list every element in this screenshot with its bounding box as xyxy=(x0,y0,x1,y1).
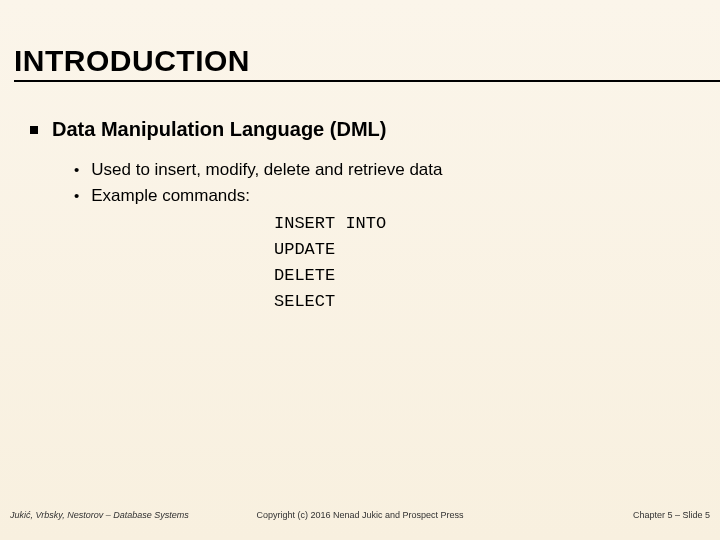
command-item: UPDATE xyxy=(274,237,690,263)
command-item: INSERT INTO xyxy=(274,211,690,237)
sub-bullet: • Example commands: xyxy=(74,185,690,207)
footer-center: Copyright (c) 2016 Nenad Jukic and Prosp… xyxy=(0,510,720,520)
footer-right: Chapter 5 – Slide 5 xyxy=(633,510,710,520)
title-bar: INTRODUCTION xyxy=(14,44,720,82)
main-bullet-text: Data Manipulation Language (DML) xyxy=(52,118,386,141)
sub-bullet-list: • Used to insert, modify, delete and ret… xyxy=(74,159,690,315)
sub-bullet-text: Used to insert, modify, delete and retri… xyxy=(91,159,442,181)
command-item: SELECT xyxy=(274,289,690,315)
footer: Jukić, Vrbsky, Nestorov – Database Syste… xyxy=(0,510,720,526)
sub-bullet: • Used to insert, modify, delete and ret… xyxy=(74,159,690,181)
dot-bullet-icon: • xyxy=(74,185,79,207)
sub-bullet-text: Example commands: xyxy=(91,185,250,207)
slide-title: INTRODUCTION xyxy=(14,44,720,78)
main-bullet: Data Manipulation Language (DML) xyxy=(30,118,690,141)
content-area: Data Manipulation Language (DML) • Used … xyxy=(30,118,690,315)
command-list: INSERT INTO UPDATE DELETE SELECT xyxy=(274,211,690,315)
square-bullet-icon xyxy=(30,126,38,134)
command-item: DELETE xyxy=(274,263,690,289)
dot-bullet-icon: • xyxy=(74,159,79,181)
